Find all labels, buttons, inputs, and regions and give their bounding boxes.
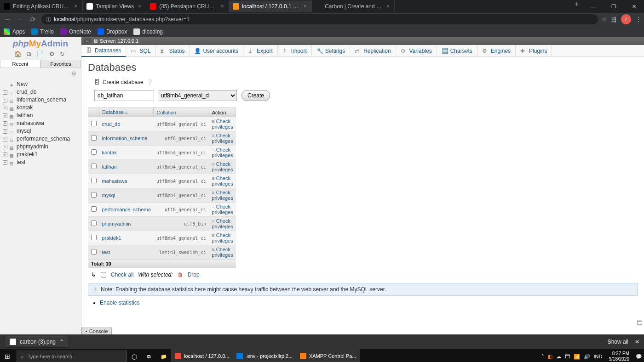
tab-close-icon[interactable]: × xyxy=(302,4,308,9)
browser-tab[interactable]: Carbon | Create and share beaut× xyxy=(312,0,395,12)
close-downloads-bar[interactable]: ✕ xyxy=(635,339,639,345)
phpmyadmin-logo[interactable]: phpMyAdmin xyxy=(0,37,81,50)
profile-avatar[interactable]: r xyxy=(621,14,631,24)
check-privileges-link[interactable]: Check privileges xyxy=(212,247,233,258)
minimize-button[interactable]: — xyxy=(583,0,604,13)
address-bar[interactable]: ⓘ localhost/phpmyadmin/server_databases.… xyxy=(41,14,598,24)
apps-button[interactable]: Apps xyxy=(4,28,25,35)
row-checkbox[interactable] xyxy=(91,206,97,212)
tab-close-icon[interactable]: × xyxy=(385,4,391,9)
check-all-link[interactable]: Check all xyxy=(111,272,133,278)
file-explorer-icon[interactable]: 📁 xyxy=(156,349,171,362)
extensions-icon[interactable]: ⇶ xyxy=(611,16,616,23)
expand-icon[interactable]: + xyxy=(3,98,7,102)
top-tab-charsets[interactable]: 🔤Charsets xyxy=(437,45,477,57)
download-chevron-icon[interactable]: ⌃ xyxy=(59,339,64,345)
tray-app-icon[interactable]: ◧ xyxy=(548,354,552,360)
reload-button[interactable]: ⟳ xyxy=(29,16,38,23)
site-info-icon[interactable]: ⓘ xyxy=(46,16,51,23)
help-icon[interactable]: ❔ xyxy=(146,79,153,85)
expand-icon[interactable]: + xyxy=(3,145,7,149)
database-link[interactable]: performance_schema xyxy=(102,207,151,212)
row-checkbox[interactable] xyxy=(91,192,97,198)
recent-tab[interactable]: Recent xyxy=(0,60,40,68)
row-checkbox[interactable] xyxy=(91,149,97,155)
cortana-icon[interactable]: ◯ xyxy=(127,349,142,362)
maximize-button[interactable]: ❐ xyxy=(604,0,624,13)
bookmark-page-icon[interactable]: 🗔 xyxy=(637,320,642,326)
database-link[interactable]: mahasiswa xyxy=(102,178,127,184)
taskbar-clock[interactable]: 8:27 PM9/18/2020 xyxy=(606,351,632,362)
browser-tab[interactable]: Editing Aplikasi CRUD dengan La× xyxy=(0,0,83,12)
top-tab-import[interactable]: ⤒Import xyxy=(278,45,312,57)
new-database-node[interactable]: ✦New xyxy=(3,80,81,88)
database-node[interactable]: +≣mahasiswa xyxy=(3,119,81,127)
col-collation[interactable]: Collation xyxy=(154,108,209,117)
onedrive-icon[interactable]: ☁ xyxy=(556,354,561,360)
wifi-icon[interactable]: 📶 xyxy=(574,354,580,360)
browser-tab[interactable]: (35) Persiapan CRUD - YouTube× xyxy=(146,0,229,12)
expand-icon[interactable]: + xyxy=(3,106,7,110)
menu-icon[interactable]: ⋮ xyxy=(636,16,641,23)
database-link[interactable]: kontak xyxy=(102,150,117,155)
enable-statistics-link[interactable]: Enable statistics xyxy=(100,300,140,306)
database-link[interactable]: latihan xyxy=(102,164,117,170)
database-node[interactable]: +≣phpmyadmin xyxy=(3,143,81,151)
show-all-downloads[interactable]: Show all xyxy=(608,339,628,345)
top-tab-status[interactable]: ⧗Status xyxy=(155,45,190,57)
top-tab-engines[interactable]: ⚙Engines xyxy=(477,45,516,57)
database-node[interactable]: +≣crud_db xyxy=(3,88,81,96)
console-toggle[interactable]: ▪ Console xyxy=(81,328,112,334)
database-node[interactable]: +≣kontak xyxy=(3,104,81,112)
top-tab-variables[interactable]: ⚙Variables xyxy=(396,45,437,57)
collapse-icon[interactable]: ⊖ xyxy=(0,68,81,79)
top-tab-user-accounts[interactable]: 👤User accounts xyxy=(190,45,243,57)
tab-close-icon[interactable]: × xyxy=(137,4,142,9)
top-tab-plugins[interactable]: ✚Plugins xyxy=(516,45,552,57)
bookmark-item[interactable]: Trello xyxy=(31,28,54,35)
collapse-nav-icon[interactable]: ← xyxy=(84,38,91,44)
back-button[interactable]: ← xyxy=(3,16,12,23)
col-database[interactable]: Database ▵ xyxy=(99,108,154,117)
tab-close-icon[interactable]: × xyxy=(219,4,225,9)
database-node[interactable]: +≣test xyxy=(3,158,81,166)
database-link[interactable]: test xyxy=(102,249,110,255)
check-privileges-link[interactable]: Check privileges xyxy=(212,161,233,172)
expand-icon[interactable]: + xyxy=(3,137,7,141)
taskbar-search[interactable]: ⌕ Type here to search xyxy=(17,351,127,362)
language-indicator[interactable]: IND xyxy=(594,354,603,359)
close-button[interactable]: ✕ xyxy=(624,0,644,13)
row-checkbox[interactable] xyxy=(91,221,97,226)
tab-close-icon[interactable]: × xyxy=(73,4,79,9)
bookmark-star-icon[interactable]: ☆ xyxy=(602,16,607,23)
database-link[interactable]: phpmyadmin xyxy=(102,221,131,226)
top-tab-export[interactable]: ⤓Export xyxy=(243,45,278,57)
battery-icon[interactable]: 🗔 xyxy=(565,354,570,359)
row-checkbox[interactable] xyxy=(91,164,97,169)
check-privileges-link[interactable]: Check privileges xyxy=(212,133,233,144)
check-privileges-link[interactable]: Check privileges xyxy=(212,232,233,243)
bookmark-item[interactable]: OneNote xyxy=(60,28,91,35)
database-link[interactable]: crud_db xyxy=(102,121,121,127)
database-node[interactable]: +≣praktek1 xyxy=(3,151,81,158)
database-node[interactable]: +≣information_schema xyxy=(3,96,81,104)
database-link[interactable]: information_schema xyxy=(102,136,148,141)
taskbar-app[interactable]: XAMPP Control Pa... xyxy=(296,349,360,362)
row-checkbox[interactable] xyxy=(91,135,97,141)
forward-button[interactable]: → xyxy=(16,16,25,23)
row-checkbox[interactable] xyxy=(91,178,97,183)
download-item[interactable]: carbon (3).png ⌃ xyxy=(5,336,69,348)
database-node[interactable]: +≣performance_schema xyxy=(3,135,81,143)
task-view-icon[interactable]: ⧉ xyxy=(142,349,156,362)
tray-chevron-icon[interactable]: ˄ xyxy=(541,354,544,360)
bookmark-item[interactable]: Dropbox xyxy=(98,28,127,35)
create-button[interactable]: Create xyxy=(242,90,270,101)
top-tab-databases[interactable]: 🗄Databases xyxy=(81,45,126,57)
check-privileges-link[interactable]: Check privileges xyxy=(212,175,233,187)
expand-icon[interactable]: + xyxy=(3,153,7,157)
check-privileges-link[interactable]: Check privileges xyxy=(212,190,233,201)
check-privileges-link[interactable]: Check privileges xyxy=(212,204,233,215)
database-link[interactable]: praktek1 xyxy=(102,235,121,241)
collation-select[interactable]: utf8mb4_general_ci xyxy=(159,90,237,101)
expand-icon[interactable]: + xyxy=(3,113,7,118)
